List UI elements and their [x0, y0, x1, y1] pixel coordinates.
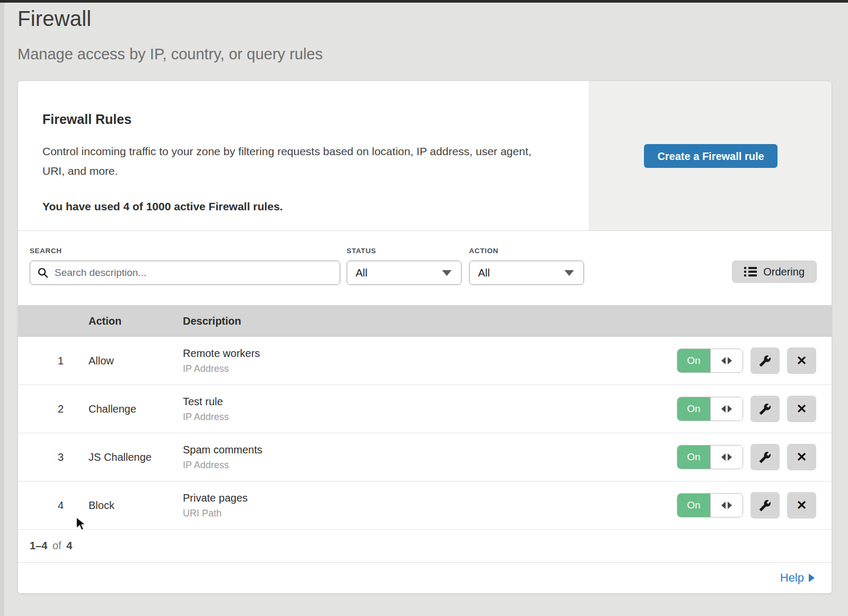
rule-type: IP Address	[183, 460, 662, 471]
search-filter-group: SEARCH	[30, 247, 340, 305]
rule-action: Challenge	[89, 403, 183, 415]
rule-action: JS Challenge	[89, 451, 183, 463]
toggle-handle	[710, 349, 743, 372]
status-dropdown[interactable]: All	[347, 261, 462, 285]
arrow-left-icon	[721, 453, 726, 461]
edit-rule-button[interactable]	[750, 444, 780, 470]
rule-controls: On ✕	[662, 347, 832, 374]
pagination-summary: 1–4 of 4	[30, 540, 72, 552]
rule-type: IP Address	[183, 412, 662, 423]
create-rule-panel: Create a Firewall rule	[589, 81, 832, 230]
rule-enabled-toggle[interactable]: On	[677, 397, 743, 421]
edit-rule-button[interactable]	[750, 492, 780, 519]
card-top-section: Firewall Rules Control incoming traffic …	[18, 81, 832, 231]
toggle-on-label: On	[677, 397, 710, 421]
firewall-rules-card: Firewall Rules Control incoming traffic …	[17, 81, 832, 594]
rule-enabled-toggle[interactable]: On	[677, 493, 743, 517]
action-dropdown[interactable]: All	[469, 261, 584, 285]
close-icon: ✕	[796, 354, 807, 367]
rule-enabled-toggle[interactable]: On	[677, 349, 743, 373]
column-header-action: Action	[89, 315, 183, 327]
card-description: Control incoming traffic to your zone by…	[42, 142, 546, 181]
rule-controls: On ✕	[662, 492, 832, 519]
arrow-left-icon	[721, 502, 726, 509]
wrench-icon	[759, 451, 771, 463]
toggle-on-label: On	[677, 494, 710, 517]
filters-bar: SEARCH STATUS All ACTION	[18, 231, 832, 305]
rule-type: URI Path	[183, 508, 662, 519]
toggle-handle	[710, 445, 743, 469]
pagination-range: 1–4	[30, 540, 47, 551]
table-header: Action Description	[18, 305, 832, 337]
rule-title: Test rule	[183, 396, 662, 408]
wrench-icon	[759, 403, 771, 415]
window-left-edge	[0, 3, 4, 616]
card-intro: Firewall Rules Control incoming traffic …	[18, 81, 589, 230]
pagination-total: 4	[66, 540, 72, 551]
status-label: STATUS	[347, 247, 462, 255]
help-row: Help	[18, 563, 832, 593]
pagination-of: of	[52, 540, 61, 551]
action-dropdown-value: All	[478, 267, 490, 279]
column-header-description: Description	[183, 315, 662, 327]
rule-enabled-toggle[interactable]: On	[677, 445, 743, 469]
list-icon	[744, 267, 757, 276]
rule-action: Allow	[89, 355, 183, 367]
rule-title: Remote workers	[183, 347, 662, 360]
page-title: Firewall	[17, 7, 832, 31]
table-footer: 1–4 of 4	[18, 530, 832, 563]
chevron-down-icon	[564, 270, 574, 276]
arrow-right-icon	[728, 453, 732, 461]
rule-description: Private pages URI Path	[183, 492, 662, 519]
rule-title: Spam comments	[183, 444, 662, 456]
ordering-button[interactable]: Ordering	[732, 261, 817, 283]
rule-controls: On ✕	[662, 444, 832, 470]
table-row: 1 Allow Remote workers IP Address On ✕	[18, 337, 832, 385]
card-heading: Firewall Rules	[42, 112, 552, 127]
toggle-on-label: On	[677, 349, 710, 372]
rule-priority: 2	[18, 403, 89, 415]
edit-rule-button[interactable]	[750, 396, 780, 422]
delete-rule-button[interactable]: ✕	[787, 347, 816, 374]
wrench-icon	[759, 355, 771, 367]
help-link[interactable]: Help	[780, 571, 815, 585]
rule-action: Block	[89, 499, 183, 512]
close-icon: ✕	[796, 451, 807, 463]
action-label: ACTION	[469, 247, 584, 255]
wrench-icon	[759, 499, 771, 512]
rule-priority: 4	[18, 499, 89, 512]
action-filter-group: ACTION All	[469, 247, 584, 305]
rule-controls: On ✕	[662, 396, 832, 422]
search-icon	[37, 267, 49, 279]
page-subtitle: Manage access by IP, country, or query r…	[17, 46, 832, 63]
firewall-page: Firewall Manage access by IP, country, o…	[4, 3, 848, 616]
chevron-down-icon	[442, 270, 452, 276]
ordering-button-label: Ordering	[763, 266, 805, 278]
table-row: 3 JS Challenge Spam comments IP Address …	[18, 433, 832, 481]
search-box	[30, 261, 340, 285]
arrow-left-icon	[721, 357, 726, 364]
toggle-handle	[710, 397, 743, 421]
arrow-right-icon	[728, 405, 732, 413]
close-icon: ✕	[796, 499, 807, 512]
rule-description: Remote workers IP Address	[183, 347, 662, 374]
rule-title: Private pages	[183, 492, 662, 504]
delete-rule-button[interactable]: ✕	[787, 396, 816, 422]
status-filter-group: STATUS All	[347, 247, 462, 305]
toggle-handle	[710, 494, 743, 517]
create-firewall-rule-button[interactable]: Create a Firewall rule	[644, 144, 777, 168]
delete-rule-button[interactable]: ✕	[787, 492, 816, 519]
status-dropdown-value: All	[356, 267, 367, 279]
table-row: 2 Challenge Test rule IP Address On ✕	[18, 385, 832, 433]
close-icon: ✕	[796, 403, 807, 415]
rules-usage-text: You have used 4 of 1000 active Firewall …	[42, 200, 552, 213]
rule-priority: 1	[18, 355, 89, 367]
search-input[interactable]	[30, 261, 340, 285]
rule-description: Spam comments IP Address	[183, 444, 662, 471]
rule-type: IP Address	[183, 363, 662, 374]
delete-rule-button[interactable]: ✕	[787, 444, 816, 470]
edit-rule-button[interactable]	[750, 347, 780, 374]
arrow-right-icon	[809, 574, 815, 582]
arrow-right-icon	[728, 357, 732, 364]
table-row: 4 Block Private pages URI Path On ✕	[18, 481, 832, 530]
